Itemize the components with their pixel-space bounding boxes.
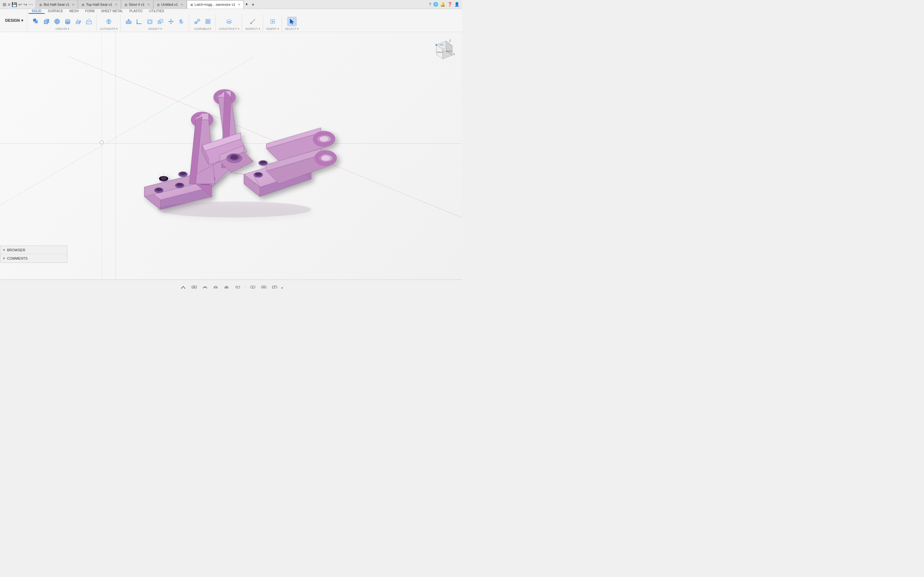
box-icon[interactable] — [42, 17, 51, 26]
push-pull-icon[interactable] — [124, 17, 134, 26]
user-avatar[interactable]: 👤 — [454, 2, 459, 7]
sketch-icon[interactable] — [84, 17, 94, 26]
tab-bot-half-seat[interactable]: ▣ Bot Half-Seat v1 ✕ — [36, 0, 78, 9]
group-construct: CONSTRUCT ▾ — [216, 15, 242, 31]
tab-icon: ▣ — [124, 3, 128, 6]
fillet-icon[interactable] — [134, 17, 144, 26]
comments-panel-item[interactable]: + COMMENTS — [0, 254, 67, 263]
cylinder-icon[interactable] — [63, 17, 73, 26]
assemble-label[interactable]: ASSEMBLE ▾ — [194, 27, 212, 31]
insert-icon[interactable] — [268, 17, 278, 26]
bottom-toolbar: ▾ — [0, 279, 462, 288]
tab-close-active-icon[interactable]: ✕ — [238, 3, 240, 6]
create-label[interactable]: CREATE ▾ — [55, 27, 69, 31]
notification-icon[interactable]: 🔔 — [440, 2, 445, 7]
svg-line-21 — [86, 19, 89, 21]
select-label[interactable]: SELECT ▾ — [285, 27, 299, 31]
tab-close-icon[interactable]: ✕ — [181, 3, 183, 6]
toolbar: DESIGN ▾ SOLID SURFACE MESH FORM SHEET M… — [0, 9, 462, 32]
tab-surface[interactable]: SURFACE — [45, 9, 66, 14]
snap-icon[interactable] — [179, 284, 187, 289]
comments-label: COMMENTS — [7, 256, 27, 260]
layout-icon[interactable] — [270, 284, 279, 289]
group-inspect: INSPECT ▾ — [243, 15, 263, 31]
visual-style-icon[interactable] — [260, 284, 268, 289]
tab-label: Untitled v1 — [162, 3, 178, 6]
svg-line-82 — [166, 174, 168, 177]
tab-utilities[interactable]: UTILITIES — [146, 9, 168, 14]
select-icon[interactable] — [287, 17, 297, 26]
svg-point-76 — [180, 172, 186, 175]
app-grid-icon[interactable]: ⊞ — [3, 2, 6, 7]
svg-rect-47 — [206, 22, 208, 24]
automate-icon[interactable] — [104, 17, 113, 26]
inspect-label[interactable]: INSPECT ▾ — [246, 27, 260, 31]
zoom-in-icon[interactable] — [223, 284, 231, 289]
view-cube[interactable]: Z X TOP FRONT RIGHT — [430, 39, 456, 67]
display-mode-icon[interactable] — [249, 284, 257, 289]
shell-icon[interactable] — [145, 17, 155, 26]
offset-plane-icon[interactable] — [224, 17, 234, 26]
tab-top-half-seat[interactable]: ▣ Top Half-Seat v1 ✕ — [78, 0, 121, 9]
tab-latch[interactable]: ▣ Latch+togg…samesize v1 ✕ — [187, 0, 244, 9]
save-icon[interactable]: 💾 — [11, 2, 17, 7]
tab-close-icon[interactable]: ✕ — [147, 3, 150, 6]
new-component-icon[interactable] — [31, 17, 41, 26]
tab-mesh[interactable]: MESH — [66, 9, 82, 14]
svg-text:TOP: TOP — [439, 44, 443, 46]
tab-solid[interactable]: SOLID — [29, 9, 45, 14]
undo-icon[interactable]: ↩ — [18, 2, 22, 7]
tab-sheet-metal[interactable]: SHEET METAL — [98, 9, 126, 14]
automate-label[interactable]: AUTOMATE ▾ — [100, 27, 118, 31]
tab-plastic[interactable]: PLASTIC — [126, 9, 146, 14]
redo-icon[interactable]: ↪ — [23, 2, 27, 7]
tab-untitled[interactable]: ▣ Untitled v1 ✕ — [153, 0, 187, 9]
tab-close-icon[interactable]: ✕ — [115, 3, 118, 6]
new-tab-icon[interactable]: + — [250, 2, 256, 7]
design-dropdown[interactable]: DESIGN ▾ — [1, 9, 27, 32]
layout-dropdown[interactable]: ▾ — [281, 286, 283, 288]
insert-label[interactable]: INSERT ▾ — [266, 27, 279, 31]
joint-icon[interactable] — [192, 17, 202, 26]
globe-icon[interactable]: 🌐 — [433, 2, 438, 7]
svg-point-152 — [435, 44, 437, 46]
menu-icon[interactable]: ≡ — [8, 2, 10, 7]
create-chevron: ▾ — [68, 27, 69, 31]
tab-form[interactable]: FORM — [82, 9, 97, 14]
question-icon[interactable]: ❓ — [447, 2, 452, 7]
tab-close-icon[interactable]: ✕ — [72, 3, 74, 6]
sphere-icon[interactable] — [52, 17, 62, 26]
svg-text:X: X — [453, 53, 455, 56]
rigid-group-icon[interactable] — [203, 17, 213, 26]
svg-point-177 — [262, 287, 265, 289]
construct-label[interactable]: CONSTRUCT ▾ — [219, 27, 239, 31]
modify-label[interactable]: MODIFY ▾ — [149, 27, 162, 31]
align-icon[interactable] — [177, 17, 186, 26]
move-icon[interactable] — [166, 17, 176, 26]
svg-marker-36 — [170, 23, 172, 24]
tab-stool4[interactable]: ▣ Stool 4 v1 ✕ — [121, 0, 153, 9]
combine-icon[interactable] — [156, 17, 165, 26]
measure-icon[interactable] — [248, 17, 258, 26]
orbit-icon[interactable] — [201, 284, 209, 289]
assemble-icons — [192, 15, 213, 27]
zoom-out-icon[interactable] — [212, 284, 220, 289]
svg-rect-48 — [208, 22, 210, 24]
svg-marker-35 — [170, 19, 172, 20]
titlebar-right-controls: ? 🌐 🔔 ❓ 👤 — [429, 2, 459, 7]
comments-expand-icon[interactable]: + — [3, 256, 5, 261]
viewport[interactable]: Z X TOP FRONT RIGHT — [0, 32, 462, 279]
more-icon[interactable]: ⋯ — [29, 2, 33, 7]
model-3d[interactable] — [119, 59, 343, 235]
grid-icon[interactable] — [190, 284, 198, 289]
tab-bar: ▣ Bot Half-Seat v1 ✕ ▣ Top Half-Seat v1 … — [36, 0, 428, 9]
zoom-fit-icon[interactable] — [234, 284, 242, 289]
help-icon[interactable]: ? — [429, 2, 431, 7]
group-assemble: ASSEMBLE ▾ — [190, 15, 216, 31]
svg-rect-160 — [192, 288, 194, 289]
tab-overflow-icon[interactable]: ▾ — [244, 2, 250, 6]
svg-text:RIGHT: RIGHT — [446, 50, 452, 52]
extrude-icon[interactable] — [73, 17, 83, 26]
browser-panel-item[interactable]: + BROWSER — [0, 246, 67, 254]
browser-expand-icon[interactable]: + — [3, 248, 5, 252]
